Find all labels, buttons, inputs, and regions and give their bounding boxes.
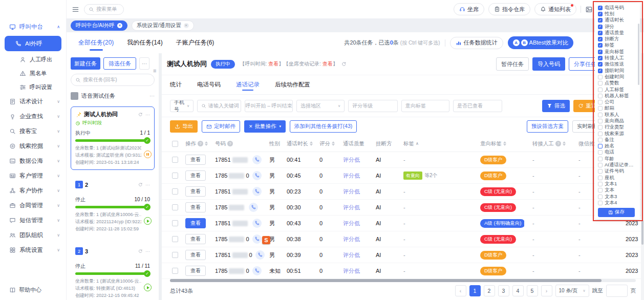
phone-type-select[interactable]: 手机号∨	[170, 100, 194, 112]
new-task-button[interactable]: 新建任务	[71, 57, 100, 70]
more-icon[interactable]: ···	[145, 112, 150, 117]
quality-link[interactable]: 评分低	[343, 220, 360, 227]
column-option[interactable]: 创建时间	[598, 74, 640, 80]
sort-icon[interactable]	[503, 141, 506, 146]
breadcrumb-ai-outcall[interactable]: 呼叫中台/AI外呼✕	[71, 20, 127, 31]
column-option[interactable]: ✓性别	[598, 11, 640, 17]
call-icon[interactable]	[252, 171, 262, 180]
sidebar-item[interactable]: 呼叫中台∧	[0, 19, 66, 34]
sidebar-item[interactable]: 搜客宝∨	[0, 124, 66, 139]
tab-item[interactable]: 我的任务(14)	[120, 32, 169, 53]
save-button[interactable]: 保存	[598, 208, 635, 217]
menu-search-input[interactable]: 搜索菜单	[84, 4, 124, 15]
column-option[interactable]: ✓接听时间	[598, 68, 640, 74]
sort-icon[interactable]	[563, 141, 566, 146]
page-button[interactable]: 5	[527, 285, 538, 296]
sidebar-item[interactable]: 数据公海∨	[0, 154, 66, 168]
view-call-time-link[interactable]: 查看	[268, 61, 278, 67]
sidebar-item[interactable]: 客户管理∨	[0, 168, 66, 183]
detail-tab[interactable]: 后续动作配置	[275, 75, 310, 94]
call-icon[interactable]	[255, 250, 265, 260]
detail-tab[interactable]: 电话号码	[197, 75, 221, 94]
column-option[interactable]: ✓微信推送	[598, 61, 640, 68]
horizontal-scrollbar[interactable]	[170, 279, 636, 282]
checkbox[interactable]	[598, 94, 603, 98]
task-card[interactable]: 23···停止11 / 11✓坐席数量: 1 (测试坐席10006-云…话术模板…	[71, 243, 155, 300]
page-button[interactable]: 3	[498, 285, 509, 296]
region-select[interactable]: 选择地区∨	[296, 100, 345, 112]
view-agent-log-link[interactable]: 查看	[323, 61, 333, 67]
column-option[interactable]: 文本4	[598, 200, 640, 206]
call-icon[interactable]	[252, 155, 262, 164]
play-icon[interactable]	[144, 217, 152, 225]
page-button[interactable]: 2	[484, 285, 495, 296]
task-card[interactable]: 12···停止10 / 10✓坐席数量: 1 (测试坐席10006-云…话术模板…	[71, 177, 155, 237]
checkbox[interactable]	[598, 81, 603, 85]
column-option[interactable]: 线索来源	[598, 131, 640, 137]
checkbox[interactable]	[598, 169, 603, 174]
panel-collapse-handle[interactable]: ≡	[153, 68, 156, 74]
checkbox-checked[interactable]: ✓	[598, 6, 603, 10]
checkbox-checked[interactable]: ✓	[598, 62, 603, 67]
quality-link[interactable]: 评分低	[343, 235, 360, 243]
more-icon[interactable]: ···	[149, 93, 155, 99]
checkbox[interactable]	[598, 100, 603, 104]
scheduled-mail-button[interactable]: 定时邮件	[202, 120, 240, 133]
sidebar-item[interactable]: 客户协作∨	[0, 183, 66, 198]
row-checkbox[interactable]	[172, 236, 178, 242]
sidebar-item[interactable]: 黑名单	[0, 67, 66, 80]
checkbox-checked[interactable]: ✓	[598, 56, 603, 60]
jump-page-input[interactable]	[606, 285, 628, 297]
select-all-checkbox[interactable]	[172, 141, 178, 147]
task-search-input[interactable]: 搜索任务(回车)	[71, 74, 155, 86]
detail-tab[interactable]: 通话记录	[236, 75, 260, 94]
checkbox[interactable]	[598, 113, 603, 117]
call-period[interactable]: 呼叫时段	[75, 120, 150, 126]
sidebar-item[interactable]: 呼叫设置	[0, 80, 66, 94]
sidebar-item[interactable]: 团队组织∨	[0, 228, 66, 243]
prev-page-button[interactable]: ‹	[455, 285, 466, 296]
agent-button[interactable]: 坐席	[454, 3, 484, 15]
column-option[interactable]: ✓电话号码	[598, 5, 640, 11]
checkbox[interactable]	[598, 188, 603, 192]
sidebar-item[interactable]: 话术设计∨	[0, 94, 66, 109]
checkbox[interactable]	[598, 163, 603, 167]
checkbox[interactable]	[598, 144, 603, 148]
filter-button[interactable]: 筛选	[542, 100, 570, 112]
checkbox-checked[interactable]: ✓	[598, 43, 603, 48]
more-icon[interactable]: ···	[145, 182, 150, 187]
sidebar-item[interactable]: 线索挖掘∨	[0, 139, 66, 154]
play-icon[interactable]	[144, 284, 152, 291]
score-select[interactable]: 评分等级	[348, 100, 398, 112]
checkbox-checked[interactable]: ✓	[598, 50, 603, 54]
column-option[interactable]: 证件号码	[598, 168, 640, 175]
checkbox-checked[interactable]: ✓	[598, 69, 603, 73]
checkbox[interactable]	[598, 195, 603, 199]
page-button[interactable]: 1	[469, 285, 481, 296]
checkbox-checked[interactable]: ✓	[598, 12, 603, 16]
checkbox[interactable]	[598, 106, 603, 111]
checkbox[interactable]	[598, 119, 603, 123]
checkbox-checked[interactable]: ✓	[598, 31, 603, 35]
import-numbers-button[interactable]: 导入号码	[532, 57, 565, 71]
date-range-input[interactable]: 呼叫开始 – 呼叫结束	[245, 100, 293, 112]
view-button[interactable]: 查看	[185, 250, 206, 260]
page-button[interactable]: 4	[512, 285, 524, 296]
checkbox[interactable]	[598, 88, 603, 92]
column-option[interactable]: 联系人	[598, 112, 640, 118]
sidebar-item[interactable]: 合同管理∨	[0, 198, 66, 213]
checkbox[interactable]	[598, 176, 603, 180]
row-checkbox[interactable]	[172, 268, 178, 274]
column-option[interactable]: 公司	[598, 99, 640, 105]
view-button[interactable]: 查看	[185, 186, 206, 197]
row-checkbox[interactable]	[172, 204, 178, 210]
checkbox[interactable]	[598, 125, 603, 130]
checkbox[interactable]	[598, 150, 603, 155]
checkbox[interactable]	[598, 138, 603, 142]
sort-icon[interactable]	[205, 141, 208, 146]
column-option[interactable]: ✓评分	[598, 24, 640, 30]
row-checkbox[interactable]	[172, 188, 178, 195]
row-checkbox[interactable]	[172, 252, 178, 258]
call-icon[interactable]	[252, 219, 262, 228]
quality-link[interactable]: 评分低	[343, 156, 360, 164]
